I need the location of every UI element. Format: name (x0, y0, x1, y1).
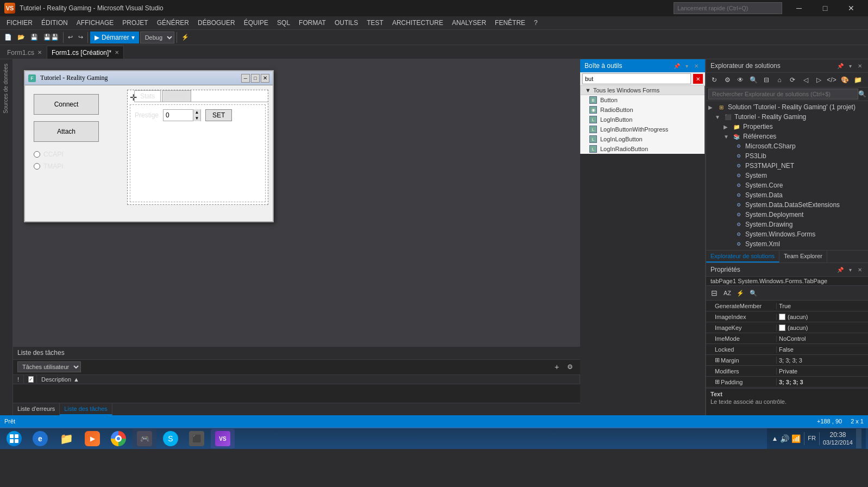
tree-ref-ps3tmapi[interactable]: ⚙ PS3TMAPI_NET (706, 161, 868, 171)
tab-form1-designer[interactable]: Form1.cs [Création]* ✕ (47, 46, 124, 59)
taskbar-unknown-app[interactable]: ⬛ (185, 429, 209, 448)
minimize-button[interactable]: ─ (787, 0, 812, 16)
tab-form1-close[interactable]: ✕ (37, 49, 42, 55)
prop-row-generatemember[interactable]: GenerateMember True (706, 301, 868, 311)
se-folder-button[interactable]: 📁 (852, 74, 864, 86)
se-nav-back-button[interactable]: ◁ (800, 74, 812, 86)
tab-designer-close[interactable]: ✕ (115, 49, 119, 55)
menu-item-architecture[interactable]: ARCHITECTURE (388, 16, 448, 29)
prestige-value-input[interactable] (163, 111, 191, 119)
prestige-up-arrow[interactable]: ▲ (193, 109, 200, 115)
se-tab-team[interactable]: Team Explorer (779, 251, 827, 263)
taskbar-skype[interactable]: S (159, 429, 183, 448)
toolbox-item-loginbutton[interactable]: L LogInButton (581, 115, 705, 124)
prop-row-locked[interactable]: Locked False (706, 344, 868, 355)
menu-item-déboguer[interactable]: DÉBOGUER (193, 16, 240, 29)
toolbox-item-loginlogbutton[interactable]: L LogInLogButton (581, 134, 705, 144)
se-pin-button[interactable]: 📌 (836, 61, 845, 70)
prop-row-imemode[interactable]: ImeMode NoControl (706, 333, 868, 344)
tree-ref-microsoftcsharp[interactable]: ⚙ Microsoft.CSharp (706, 141, 868, 151)
toolbox-item-button[interactable]: B Button (581, 95, 705, 105)
save-button[interactable]: 💾 (28, 32, 40, 43)
se-filter-button[interactable]: 🔍 (747, 74, 759, 86)
se-dropdown-button[interactable]: ▾ (846, 61, 854, 70)
prop-close-button[interactable]: ✕ (856, 265, 864, 274)
tree-solution[interactable]: ▶ ⊞ Solution 'Tutoriel - Reality Gaming'… (706, 102, 868, 112)
menu-item-fenêtre[interactable]: FENÊTRE (490, 16, 530, 29)
menu-item-générer[interactable]: GÉNÉRER (153, 16, 193, 29)
quick-launch-input[interactable] (674, 2, 782, 14)
prestige-numeric-input[interactable]: ▲ ▼ (163, 109, 201, 121)
set-button[interactable]: SET (205, 109, 232, 121)
task-filter-select[interactable]: Tâches utilisateur (17, 361, 81, 372)
tree-ref-system[interactable]: ⚙ System (706, 171, 868, 180)
se-refresh-button[interactable]: ⟳ (787, 74, 798, 86)
tree-references[interactable]: ▼ 📚 Références (706, 132, 868, 141)
tasks-tab[interactable]: Liste des tâches (60, 403, 112, 415)
open-file-button[interactable]: 📂 (15, 32, 27, 43)
menu-item-équipe[interactable]: ÉQUIPE (240, 16, 273, 29)
form-close-btn[interactable]: ✕ (261, 74, 269, 83)
start-button[interactable]: ▶ Démarrer ▾ (90, 32, 139, 43)
toolbox-item-radiobutton[interactable]: ◉ RadioButton (581, 105, 705, 115)
se-sync-button[interactable]: ↻ (708, 74, 720, 86)
menu-item-format[interactable]: FORMAT (294, 16, 330, 29)
prop-row-margin[interactable]: ⊞ Margin 3; 3; 3; 3 (706, 355, 868, 366)
menu-item-analyser[interactable]: ANALYSER (448, 16, 490, 29)
form-tab-stats[interactable]: Stats (134, 90, 161, 102)
toolbox-item-loginradiobutton[interactable]: L LogInRadioButton (581, 144, 705, 154)
attach-btn[interactable]: ⚡ (179, 32, 191, 43)
prop-alpha-btn[interactable]: AZ (721, 287, 733, 299)
prop-row-modifiers[interactable]: Modifiers Private (706, 366, 868, 377)
close-button[interactable]: ✕ (839, 0, 864, 16)
taskbar-game-app[interactable]: 🎮 (133, 429, 156, 448)
data-sources-tab[interactable]: Sources de données (2, 61, 11, 116)
form-maximize-btn[interactable]: □ (251, 74, 260, 83)
task-check-header[interactable]: ✓ (28, 376, 34, 383)
tree-ref-systemxml[interactable]: ⚙ System.Xml (706, 239, 868, 249)
tree-ref-systemwinforms[interactable]: ⚙ System.Windows.Forms (706, 229, 868, 239)
se-collapse-button[interactable]: ⊟ (760, 74, 772, 86)
attach-button[interactable]: Attach (34, 121, 99, 142)
tab-form1-cs[interactable]: Form1.cs ✕ (2, 46, 47, 59)
show-desktop-button[interactable] (856, 429, 861, 448)
toolbox-close-button[interactable]: ✕ (692, 61, 701, 70)
prop-dropdown-button[interactable]: ▾ (846, 265, 854, 274)
taskbar-chrome[interactable] (106, 429, 130, 448)
menu-item-test[interactable]: TEST (362, 16, 388, 29)
designer-form[interactable]: F Tutoriel - Reality Gaming ─ □ ✕ Connec… (24, 70, 274, 222)
se-home-button[interactable]: ⌂ (773, 74, 785, 86)
form-tab-name[interactable]: Name (162, 90, 191, 102)
toolbox-filter-input[interactable] (582, 73, 691, 84)
task-options-button[interactable]: ⚙ (564, 361, 576, 373)
se-tab-explorer[interactable]: Explorateur de solutions (706, 251, 779, 263)
taskbar-ie[interactable]: e (28, 429, 52, 448)
tree-project[interactable]: ▼ ⬛ Tutoriel - Reality Gaming (706, 112, 868, 122)
task-col-description[interactable]: Description ▲ (37, 375, 580, 384)
errors-tab[interactable]: Liste d'erreurs (13, 403, 60, 415)
form-minimize-btn[interactable]: ─ (241, 74, 250, 83)
menu-item-édition[interactable]: ÉDITION (37, 16, 72, 29)
menu-item-fichier[interactable]: FICHIER (2, 16, 37, 29)
prop-pin-button[interactable]: 📌 (836, 265, 845, 274)
tree-ref-systemdata[interactable]: ⚙ System.Data (706, 190, 868, 200)
menu-item-sql[interactable]: SQL (273, 16, 294, 29)
se-show-all-button[interactable]: 👁 (734, 74, 746, 86)
taskbar-explorer[interactable]: 📁 (54, 429, 78, 448)
add-task-button[interactable]: + (551, 361, 563, 373)
tree-ref-systemdeployment[interactable]: ⚙ System.Deployment (706, 210, 868, 220)
taskbar-mediaplayer[interactable]: ▶ (80, 429, 104, 448)
se-designer-button[interactable]: 🎨 (839, 74, 851, 86)
debug-config-select[interactable]: Debug (140, 32, 174, 43)
prop-events-btn[interactable]: ⚡ (734, 287, 746, 299)
prop-search-btn[interactable]: 🔍 (747, 287, 759, 299)
toolbox-item-loginbuttonprogress[interactable]: L LogInButtonWithProgress (581, 124, 705, 134)
menu-item-affichage[interactable]: AFFICHAGE (72, 16, 118, 29)
prop-row-padding[interactable]: ⊞ Padding 3; 3; 3; 3 (706, 377, 868, 388)
maximize-button[interactable]: □ (813, 0, 838, 16)
prop-row-imagekey[interactable]: ImageKey (aucun) (706, 322, 868, 333)
new-file-button[interactable]: 📄 (2, 32, 14, 43)
menu-item-projet[interactable]: PROJET (118, 16, 152, 29)
radio-tmapi[interactable]: TMAPI (34, 163, 123, 170)
tree-ref-ps3lib[interactable]: ⚙ PS3Lib (706, 151, 868, 161)
